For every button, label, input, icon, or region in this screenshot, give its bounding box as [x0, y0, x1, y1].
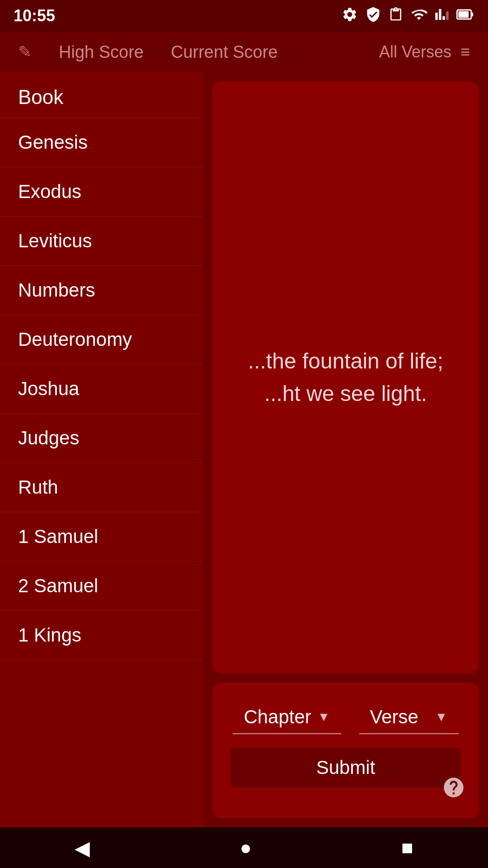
svg-rect-2 [471, 12, 473, 16]
high-score-label: High Score [59, 42, 144, 62]
submit-row: Submit [230, 748, 461, 788]
help-icon[interactable] [442, 778, 465, 804]
signal-icon [435, 6, 449, 26]
top-header: ✎ High Score Current Score All Verses ≡ [0, 32, 488, 72]
battery-icon [456, 6, 474, 26]
sidebar-item-1kings[interactable]: 1 Kings [0, 611, 203, 660]
sidebar-item-ruth[interactable]: Ruth [0, 463, 203, 512]
play-shield-icon [365, 6, 381, 26]
verse-dropdown[interactable]: Verse ▼ [359, 701, 459, 734]
clipboard-icon [389, 6, 403, 26]
verse-card: ...the fountain of life; ...ht we see li… [212, 81, 479, 674]
back-icon[interactable]: ✎ [18, 42, 32, 61]
nav-recent-button[interactable]: ■ [388, 832, 427, 863]
sidebar-item-2samuel[interactable]: 2 Samuel [0, 561, 203, 611]
verse-arrow-icon: ▼ [435, 710, 448, 724]
status-time: 10:55 [14, 6, 55, 25]
filter-icon[interactable]: ≡ [460, 42, 470, 61]
current-score-label: Current Score [171, 42, 278, 62]
sidebar-header: Book [0, 72, 203, 118]
verse-label: Verse [370, 706, 418, 728]
all-verses-label[interactable]: All Verses [379, 42, 451, 61]
verse-text: ...the fountain of life; ...ht we see li… [230, 345, 461, 410]
sidebar-item-joshua[interactable]: Joshua [0, 364, 203, 414]
header-scores: High Score Current Score [59, 42, 278, 62]
svg-rect-1 [458, 11, 469, 17]
chapter-dropdown[interactable]: Chapter ▼ [233, 701, 341, 734]
dropdowns-row: Chapter ▼ Verse ▼ [230, 701, 461, 734]
sidebar-menu: Book Genesis Exodus Leviticus Numbers De… [0, 72, 203, 827]
sidebar-item-leviticus[interactable]: Leviticus [0, 217, 203, 266]
main-container: Book Genesis Exodus Leviticus Numbers De… [0, 72, 488, 827]
gear-icon [342, 6, 358, 26]
nav-back-button[interactable]: ◀ [61, 832, 103, 864]
sidebar-item-genesis[interactable]: Genesis [0, 118, 203, 167]
wifi-icon [410, 6, 427, 26]
nav-home-button[interactable]: ● [226, 832, 265, 863]
help-icon-wrapper[interactable] [442, 776, 465, 805]
chapter-arrow-icon: ▼ [318, 710, 330, 724]
chapter-label: Chapter [244, 706, 311, 728]
nav-bar: ◀ ● ■ [0, 827, 488, 868]
content-area: ...the fountain of life; ...ht we see li… [203, 72, 488, 827]
status-bar: 10:55 [0, 0, 488, 32]
sidebar-book-header: Book [18, 86, 63, 108]
bottom-card: Chapter ▼ Verse ▼ Submit [212, 683, 479, 818]
sidebar-item-numbers[interactable]: Numbers [0, 266, 203, 315]
status-icons [342, 6, 474, 26]
sidebar-item-1samuel[interactable]: 1 Samuel [0, 512, 203, 561]
sidebar-item-exodus[interactable]: Exodus [0, 167, 203, 217]
header-right: All Verses ≡ [379, 42, 470, 61]
sidebar-item-judges[interactable]: Judges [0, 414, 203, 463]
sidebar-item-deuteronomy[interactable]: Deuteronomy [0, 315, 203, 364]
submit-button[interactable]: Submit [230, 748, 461, 788]
